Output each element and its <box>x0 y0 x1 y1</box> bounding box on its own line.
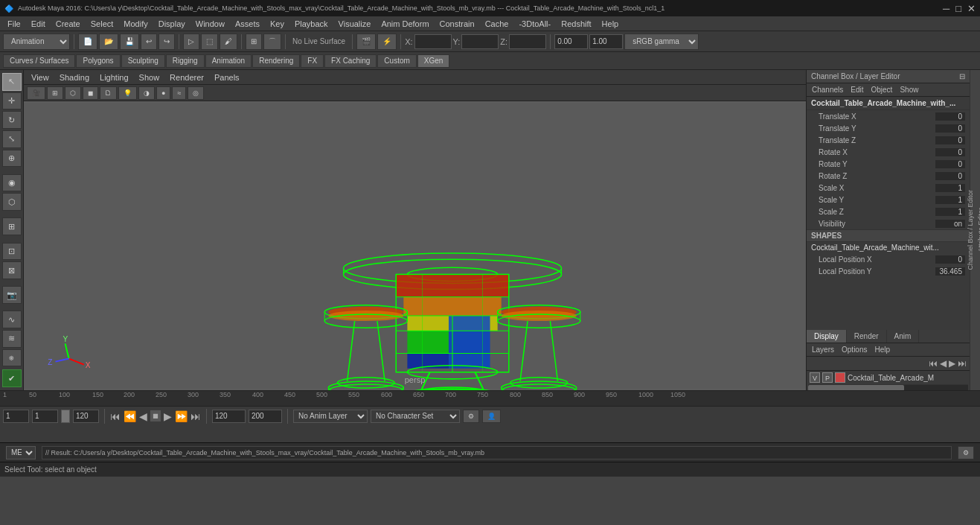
cb-menu-object[interactable]: Object <box>869 85 895 95</box>
step-forward-button[interactable]: ⏩ <box>175 410 188 422</box>
layers-menu-help[interactable]: Help <box>872 345 892 354</box>
tab-polygons[interactable]: Polygons <box>76 54 120 68</box>
select-tool-button[interactable]: ↖ <box>2 73 22 91</box>
tab-anim[interactable]: Anim <box>887 330 920 343</box>
menu-cache[interactable]: Cache <box>481 18 513 30</box>
current-frame-input[interactable] <box>32 410 58 423</box>
channel-scale-z[interactable]: Scale Z 1 <box>807 206 970 217</box>
viewport-menu-view[interactable]: View <box>27 71 54 83</box>
step-back-button[interactable]: ⏪ <box>124 410 136 422</box>
menu-redshift[interactable]: Redshift <box>557 18 595 30</box>
ipr-button[interactable]: ⚡ <box>377 34 397 50</box>
cb-menu-channels[interactable]: Channels <box>810 85 845 95</box>
shapes-section-header[interactable]: SHAPES <box>807 229 970 242</box>
menu-3dto-all[interactable]: -3DtoAll- <box>514 18 555 30</box>
ch-value-rz[interactable]: 0 <box>935 172 965 180</box>
maximize-button[interactable]: □ <box>955 3 961 14</box>
jump-to-end-button[interactable]: ⏭ <box>190 410 201 422</box>
vp-texture-btn[interactable]: 🗋 <box>100 86 117 100</box>
soft-mod-button[interactable]: ◉ <box>2 174 22 192</box>
layer-color-swatch[interactable] <box>835 372 845 383</box>
layer-nav-back[interactable]: ◀ <box>940 358 947 369</box>
ch-value-tz[interactable]: 0 <box>935 136 965 144</box>
z-input[interactable] <box>509 34 546 49</box>
anim-preferences-button[interactable]: ⚙ <box>463 410 479 423</box>
layers-menu-layers[interactable]: Layers <box>810 345 836 354</box>
last-used-button[interactable]: ⬡ <box>2 193 22 211</box>
attribute-editor-tab[interactable]: Attribute Editor Channel Box / Layer Edi… <box>970 70 980 390</box>
snap-grid-button[interactable]: ⊞ <box>246 34 262 50</box>
viewport-menu-panels[interactable]: Panels <box>210 71 244 83</box>
menu-display[interactable]: Display <box>154 18 190 30</box>
frame-range-slider[interactable] <box>61 410 70 423</box>
universal-tool-button[interactable]: ⊕ <box>2 150 22 168</box>
vp-grid-btn[interactable]: ⊞ <box>47 86 63 100</box>
quick-select-button[interactable]: ✔ <box>2 369 22 387</box>
cb-menu-show[interactable]: Show <box>897 85 920 95</box>
channel-translate-z[interactable]: Translate Z 0 <box>807 134 970 146</box>
layer-name-label[interactable]: Cocktail_Table_Arcade_M <box>848 374 967 382</box>
channel-rotate-y[interactable]: Rotate Y 0 <box>807 158 970 170</box>
ch-value-sx[interactable]: 1 <box>935 184 965 192</box>
channel-rotate-x[interactable]: Rotate X 0 <box>807 146 970 158</box>
tab-custom[interactable]: Custom <box>377 54 416 68</box>
select-button[interactable]: ▷ <box>183 34 199 50</box>
viewport-3d[interactable]: X Y Z persp <box>24 101 806 390</box>
tab-fx[interactable]: FX <box>301 54 324 68</box>
menu-visualize[interactable]: Visualize <box>334 18 376 30</box>
channel-translate-y[interactable]: Translate Y 0 <box>807 122 970 134</box>
menu-edit[interactable]: Edit <box>27 18 50 30</box>
stop-button[interactable]: ⏹ <box>150 410 161 421</box>
menu-help[interactable]: Help <box>598 18 624 30</box>
surface-tool-button[interactable]: ≋ <box>2 330 22 348</box>
menu-file[interactable]: File <box>3 18 25 30</box>
layer-scrollbar[interactable] <box>808 384 968 390</box>
tab-render[interactable]: Render <box>847 330 887 343</box>
channel-local-pos-x[interactable]: Local Position X 0 <box>807 253 970 265</box>
vp-smooth-btn[interactable]: ◼ <box>83 86 98 100</box>
scrollbar-thumb[interactable] <box>808 385 904 390</box>
tab-curves-surfaces[interactable]: Curves / Surfaces <box>3 54 75 68</box>
ch-value-lpy[interactable]: 36.465 <box>935 267 965 276</box>
layer-playback-toggle[interactable]: P <box>822 372 833 383</box>
close-button[interactable]: ✕ <box>967 3 976 14</box>
ch-value-rx[interactable]: 0 <box>935 148 965 156</box>
animation-mode-select[interactable]: Animation <box>3 34 70 50</box>
tab-rigging[interactable]: Rigging <box>166 54 205 68</box>
channel-visibility[interactable]: Visibility on <box>807 217 970 229</box>
curve-tool-button[interactable]: ∿ <box>2 311 22 328</box>
channel-scale-x[interactable]: Scale X 1 <box>807 182 970 194</box>
paint-button[interactable]: 🖌 <box>220 34 237 50</box>
tab-display[interactable]: Display <box>807 330 847 343</box>
tab-sculpting[interactable]: Sculpting <box>121 54 165 68</box>
camera-button[interactable]: 📷 <box>2 286 22 304</box>
ch-value-sy[interactable]: 1 <box>935 196 965 204</box>
snap-curve-button[interactable]: ⌒ <box>263 34 281 50</box>
channel-box-collapse[interactable]: ⊟ <box>959 72 965 80</box>
deform-button[interactable]: ⎈ <box>2 349 22 367</box>
redo-button[interactable]: ↪ <box>158 34 175 50</box>
layer-visibility-toggle[interactable]: V <box>810 372 820 383</box>
tab-fx-caching[interactable]: FX Caching <box>324 54 377 68</box>
channel-translate-x[interactable]: Translate X 0 <box>807 110 970 122</box>
new-scene-button[interactable]: 📄 <box>78 34 97 50</box>
layer-nav-fwd-fwd[interactable]: ⏭ <box>958 358 967 369</box>
viewport-menu-renderer[interactable]: Renderer <box>165 71 208 83</box>
snap-points-button[interactable]: ⊠ <box>2 261 22 279</box>
menu-create[interactable]: Create <box>51 18 85 30</box>
char-set-select[interactable]: No Character Set <box>371 410 460 423</box>
timeline-ruler[interactable]: 1 50 100 150 200 250 300 350 400 450 500… <box>0 391 980 406</box>
snap-grid-left-button[interactable]: ⊡ <box>2 243 22 261</box>
vp-camera-btn[interactable]: 🎥 <box>27 86 45 100</box>
layer-nav-fwd[interactable]: ▶ <box>949 358 955 369</box>
menu-modify[interactable]: Modify <box>119 18 152 30</box>
color-profile-select[interactable]: sRGB gamma <box>624 34 699 50</box>
tab-rendering[interactable]: Rendering <box>252 54 300 68</box>
rotate-tool-button[interactable]: ↻ <box>2 111 22 129</box>
range-end-input[interactable] <box>212 410 246 423</box>
play-back-button[interactable]: ◀ <box>139 410 147 422</box>
menu-playback[interactable]: Playback <box>290 18 333 30</box>
channel-local-pos-y[interactable]: Local Position Y 36.465 <box>807 265 970 277</box>
menu-assets[interactable]: Assets <box>231 18 264 30</box>
end-frame-input[interactable] <box>73 410 99 423</box>
